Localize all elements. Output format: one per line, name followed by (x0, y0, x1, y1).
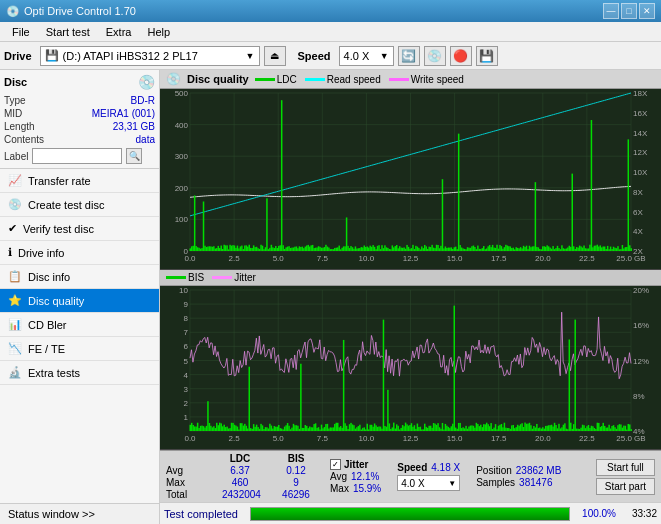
cd-bler-icon: 📊 (8, 318, 22, 331)
max-ldc-value: 460 (222, 477, 258, 488)
speed-select-value: 4.0 X (401, 478, 448, 489)
drive-info-icon: ℹ (8, 246, 12, 259)
stats-table: LDC BIS Avg 6.37 0.12 Max 460 9 Total 24… (166, 453, 314, 500)
length-value: 23,31 GB (113, 121, 155, 132)
sidebar-item-disc-info[interactable]: 📋 Disc info (0, 265, 159, 289)
chart1-container (160, 89, 661, 270)
titlebar-title: 💿 Opti Drive Control 1.70 (6, 5, 136, 18)
minimize-button[interactable]: — (603, 3, 619, 19)
content-area: 💿 Disc quality LDC Read speed Write spee… (160, 70, 661, 524)
label-set-button[interactable]: 🔍 (126, 148, 142, 164)
disc-info-icon: 📋 (8, 270, 22, 283)
total-row-label: Total (166, 489, 202, 500)
menubar: File Start test Extra Help (0, 22, 661, 42)
titlebar: 💿 Opti Drive Control 1.70 — □ ✕ (0, 0, 661, 22)
jitter-avg-value: 12.1% (351, 471, 379, 482)
type-label: Type (4, 95, 26, 106)
max-row-label: Max (166, 477, 202, 488)
label-input[interactable] (32, 148, 122, 164)
menu-start-test[interactable]: Start test (38, 24, 98, 40)
speed-label: Speed (298, 50, 331, 62)
avg-ldc-value: 6.37 (222, 465, 258, 476)
drive-name: (D:) ATAPI iHBS312 2 PL17 (63, 50, 242, 62)
mid-value: MEIRA1 (001) (92, 108, 155, 119)
progress-track (250, 507, 570, 521)
eject-button[interactable]: ⏏ (264, 46, 286, 66)
maximize-button[interactable]: □ (621, 3, 637, 19)
max-bis-value: 9 (278, 477, 314, 488)
verify-test-disc-icon: ✔ (8, 222, 17, 235)
app-icon: 💿 (6, 5, 20, 18)
contents-label: Contents (4, 134, 44, 145)
drive-icon: 💾 (45, 49, 59, 62)
progress-bar-row: Test completed 100.0% 33:32 (160, 502, 661, 524)
sidebar-item-fe-te[interactable]: 📉 FE / TE (0, 337, 159, 361)
chart2-canvas (160, 286, 661, 449)
samples-value: 381476 (519, 477, 552, 488)
jitter-checkbox[interactable]: ✓ (330, 459, 341, 470)
sidebar-item-disc-quality[interactable]: ⭐ Disc quality (0, 289, 159, 313)
sidebar-item-transfer-rate-label: Transfer rate (28, 175, 91, 187)
save-button[interactable]: 💾 (476, 46, 498, 66)
chart2-legend: BIS Jitter (160, 270, 661, 286)
sidebar: Disc 💿 Type BD-R MID MEIRA1 (001) Length… (0, 70, 160, 524)
start-part-button[interactable]: Start part (596, 478, 655, 495)
stats-bar: LDC BIS Avg 6.37 0.12 Max 460 9 Total 24… (160, 450, 661, 502)
quality-title: Disc quality (187, 73, 249, 85)
disc-section-icon: 💿 (138, 74, 155, 90)
total-bis-value: 46296 (278, 489, 314, 500)
speed-dropdown-icon: ▼ (380, 51, 389, 61)
sidebar-item-disc-quality-label: Disc quality (28, 295, 84, 307)
status-window-button[interactable]: Status window >> (0, 503, 159, 524)
position-value: 23862 MB (516, 465, 562, 476)
bis-col-header: BIS (278, 453, 314, 464)
chart-legend: LDC Read speed Write speed (255, 74, 464, 85)
position-label: Position (476, 465, 512, 476)
burn-button[interactable]: 🔴 (450, 46, 472, 66)
length-label: Length (4, 121, 35, 132)
sidebar-item-create-test-disc[interactable]: 💿 Create test disc (0, 193, 159, 217)
sidebar-item-drive-info[interactable]: ℹ Drive info (0, 241, 159, 265)
menu-extra[interactable]: Extra (98, 24, 140, 40)
sidebar-item-extra-tests[interactable]: 🔬 Extra tests (0, 361, 159, 385)
disc-button[interactable]: 💿 (424, 46, 446, 66)
write-speed-legend-label: Write speed (411, 74, 464, 85)
quality-header: 💿 Disc quality LDC Read speed Write spee… (160, 70, 661, 89)
contents-value: data (136, 134, 155, 145)
sidebar-item-transfer-rate[interactable]: 📈 Transfer rate (0, 169, 159, 193)
sidebar-item-cd-bler[interactable]: 📊 CD Bler (0, 313, 159, 337)
progress-time: 33:32 (622, 508, 657, 519)
charts-area: BIS Jitter (160, 89, 661, 450)
position-stats: Position 23862 MB Samples 381476 (476, 465, 561, 488)
status-text: Test completed (164, 508, 244, 520)
disc-section: Disc 💿 Type BD-R MID MEIRA1 (001) Length… (0, 70, 159, 169)
read-speed-legend-label: Read speed (327, 74, 381, 85)
menu-file[interactable]: File (4, 24, 38, 40)
sidebar-item-extra-tests-label: Extra tests (28, 367, 80, 379)
drive-bar: Drive 💾 (D:) ATAPI iHBS312 2 PL17 ▼ ⏏ Sp… (0, 42, 661, 70)
samples-label: Samples (476, 477, 515, 488)
transfer-rate-icon: 📈 (8, 174, 22, 187)
type-value: BD-R (131, 95, 155, 106)
jitter-stats-label: Jitter (344, 459, 368, 470)
fe-te-icon: 📉 (8, 342, 22, 355)
chart1-canvas (160, 89, 661, 269)
sidebar-item-cd-bler-label: CD Bler (28, 319, 67, 331)
menu-help[interactable]: Help (139, 24, 178, 40)
disc-label-label: Label (4, 151, 28, 162)
chart2-container (160, 286, 661, 450)
speed-stats-value: 4.18 X (431, 462, 460, 473)
drive-dropdown-icon: ▼ (246, 51, 255, 61)
progress-percent: 100.0% (576, 508, 616, 519)
start-full-button[interactable]: Start full (596, 459, 655, 476)
total-ldc-value: 2432004 (222, 489, 258, 500)
bis-legend-label: BIS (188, 272, 204, 283)
close-button[interactable]: ✕ (639, 3, 655, 19)
speed-value: 4.0 X (344, 50, 378, 62)
sidebar-item-create-test-disc-label: Create test disc (28, 199, 104, 211)
refresh-button[interactable]: 🔄 (398, 46, 420, 66)
jitter-legend-label-chart: Jitter (234, 272, 256, 283)
mid-label: MID (4, 108, 22, 119)
jitter-avg-label: Avg (330, 471, 347, 482)
sidebar-item-verify-test-disc[interactable]: ✔ Verify test disc (0, 217, 159, 241)
